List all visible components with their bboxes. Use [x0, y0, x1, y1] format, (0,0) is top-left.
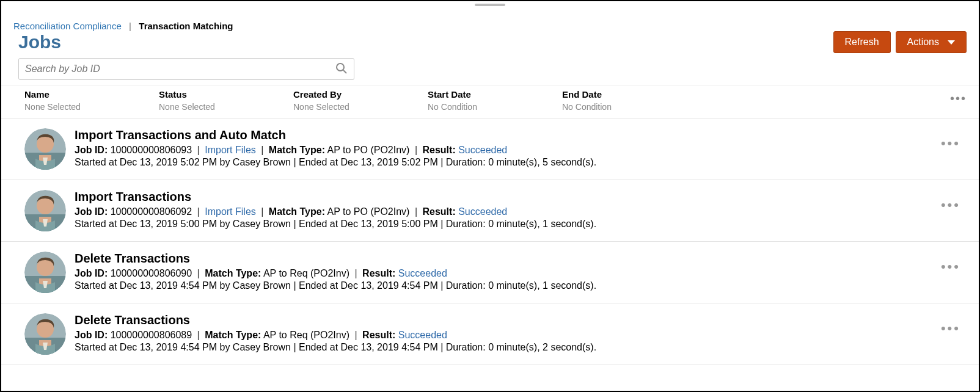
job-time-line: Started at Dec 13, 2019 5:00 PM by Casey…: [75, 219, 967, 230]
row-more-icon[interactable]: •••: [941, 197, 960, 213]
job-time-line: Started at Dec 13, 2019 5:02 PM by Casey…: [75, 157, 967, 168]
avatar: [24, 313, 66, 355]
job-row[interactable]: Delete TransactionsJob ID: 1000000008060…: [1, 242, 979, 303]
import-files-link[interactable]: Import Files: [205, 206, 256, 217]
row-more-icon[interactable]: •••: [941, 259, 960, 275]
job-title: Delete Transactions: [75, 313, 967, 327]
filter-end-date[interactable]: End Date No Condition: [562, 89, 697, 112]
filter-status[interactable]: Status None Selected: [159, 89, 293, 112]
job-time-line: Started at Dec 13, 2019 4:54 PM by Casey…: [75, 342, 967, 353]
svg-point-0: [337, 64, 344, 71]
filter-start-date[interactable]: Start Date No Condition: [428, 89, 562, 112]
page-title: Jobs: [13, 32, 61, 53]
filter-header: End Date: [562, 89, 684, 100]
search-input[interactable]: [25, 64, 331, 74]
job-title: Import Transactions: [75, 190, 967, 204]
actions-button-label: Actions: [907, 37, 939, 48]
filter-value: None Selected: [159, 102, 281, 112]
filter-name[interactable]: Name None Selected: [24, 89, 159, 112]
import-files-link[interactable]: Import Files: [205, 145, 256, 155]
job-time-line: Started at Dec 13, 2019 4:54 PM by Casey…: [75, 280, 967, 291]
filter-header: Status: [159, 89, 281, 100]
avatar: [24, 190, 66, 231]
svg-line-1: [343, 70, 346, 73]
filter-header: Created By: [293, 89, 415, 100]
caret-down-icon: [948, 40, 955, 45]
job-row[interactable]: Delete TransactionsJob ID: 1000000008060…: [1, 303, 979, 365]
job-meta-line: Job ID: 100000000806089 | Match Type: AP…: [75, 330, 967, 341]
actions-button[interactable]: Actions: [896, 31, 967, 53]
avatar: [24, 252, 66, 293]
filter-value: No Condition: [562, 102, 684, 112]
row-more-icon[interactable]: •••: [941, 321, 960, 336]
refresh-button[interactable]: Refresh: [833, 31, 891, 53]
breadcrumb-separator: |: [126, 21, 134, 31]
filter-value: None Selected: [24, 102, 147, 112]
row-more-icon[interactable]: •••: [941, 136, 960, 151]
filter-header: Start Date: [428, 89, 550, 100]
breadcrumb-link[interactable]: Reconciliation Compliance: [13, 21, 122, 31]
job-title: Delete Transactions: [75, 252, 967, 266]
drag-handle[interactable]: [475, 4, 505, 6]
breadcrumb-current: Transaction Matching: [139, 21, 233, 31]
filter-value: None Selected: [293, 102, 415, 112]
breadcrumb: Reconciliation Compliance | Transaction …: [13, 10, 967, 31]
job-row[interactable]: Import Transactions and Auto MatchJob ID…: [1, 118, 979, 180]
result-link[interactable]: Succeeded: [398, 330, 447, 340]
result-link[interactable]: Succeeded: [458, 206, 507, 217]
filter-more-icon[interactable]: •••: [950, 92, 967, 106]
search-icon[interactable]: [335, 62, 348, 76]
job-meta-line: Job ID: 100000000806092 | Import Files |…: [75, 206, 967, 217]
result-link[interactable]: Succeeded: [398, 268, 447, 278]
filter-created-by[interactable]: Created By None Selected: [293, 89, 428, 112]
job-title: Import Transactions and Auto Match: [75, 128, 967, 142]
search-box[interactable]: [18, 58, 354, 80]
filter-value: No Condition: [428, 102, 550, 112]
filter-bar: Name None Selected Status None Selected …: [1, 85, 979, 118]
avatar: [24, 128, 66, 170]
job-meta-line: Job ID: 100000000806093 | Import Files |…: [75, 145, 967, 156]
jobs-list[interactable]: Import Transactions and Auto MatchJob ID…: [1, 118, 979, 381]
job-meta-line: Job ID: 100000000806090 | Match Type: AP…: [75, 268, 967, 279]
result-link[interactable]: Succeeded: [458, 145, 507, 155]
job-row[interactable]: Import TransactionsJob ID: 1000000008060…: [1, 180, 979, 242]
filter-header: Name: [24, 89, 147, 100]
